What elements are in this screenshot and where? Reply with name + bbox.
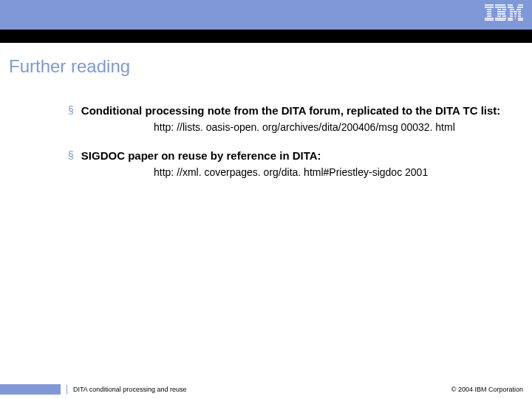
bullet-list: § Conditional processing note from the D… bbox=[9, 103, 523, 180]
svg-rect-31 bbox=[515, 16, 516, 17]
svg-rect-5 bbox=[487, 16, 491, 17]
bullet-link: http: //lists. oasis-open. org/archives/… bbox=[68, 120, 501, 135]
svg-rect-3 bbox=[487, 11, 491, 13]
svg-rect-37 bbox=[518, 19, 523, 21]
svg-rect-17 bbox=[495, 19, 505, 21]
svg-rect-19 bbox=[518, 4, 523, 6]
svg-rect-33 bbox=[508, 18, 513, 19]
svg-rect-14 bbox=[497, 16, 501, 17]
svg-rect-36 bbox=[508, 19, 513, 21]
svg-rect-26 bbox=[518, 11, 521, 13]
slide-title: Further reading bbox=[9, 56, 523, 77]
bullet-text: Conditional processing note from the DIT… bbox=[81, 103, 501, 118]
footer-accent-block bbox=[0, 384, 61, 395]
svg-rect-8 bbox=[495, 4, 505, 6]
footer-divider bbox=[66, 385, 67, 394]
svg-rect-11 bbox=[502, 9, 506, 10]
svg-rect-15 bbox=[502, 16, 506, 17]
svg-rect-32 bbox=[518, 16, 521, 17]
svg-rect-23 bbox=[516, 9, 521, 10]
svg-rect-22 bbox=[510, 9, 514, 10]
presentation-title: DITA conditional processing and reuse bbox=[73, 386, 186, 393]
bullet-icon: § bbox=[68, 149, 74, 163]
divider-strip bbox=[0, 30, 532, 43]
bullet-link: http: //xml. coverpages. org/dita. html#… bbox=[68, 166, 501, 180]
svg-rect-21 bbox=[517, 7, 523, 8]
svg-rect-16 bbox=[495, 18, 506, 19]
svg-rect-0 bbox=[485, 4, 494, 6]
svg-rect-13 bbox=[497, 13, 505, 15]
svg-rect-25 bbox=[514, 11, 517, 13]
svg-rect-12 bbox=[497, 11, 505, 13]
bullet-text: SIGDOC paper on reuse by reference in DI… bbox=[81, 149, 321, 163]
svg-rect-9 bbox=[495, 7, 506, 8]
slide-footer: DITA conditional processing and reuse © … bbox=[0, 380, 532, 399]
svg-rect-27 bbox=[510, 13, 513, 15]
footer-left: DITA conditional processing and reuse bbox=[0, 380, 186, 399]
svg-rect-10 bbox=[497, 9, 501, 10]
header-band bbox=[0, 0, 532, 30]
bullet-icon: § bbox=[68, 103, 74, 118]
svg-rect-4 bbox=[487, 13, 491, 15]
copyright-text: © 2004 IBM Corporation bbox=[451, 386, 523, 393]
svg-rect-7 bbox=[485, 19, 494, 21]
ibm-logo bbox=[485, 4, 523, 21]
svg-rect-35 bbox=[518, 18, 523, 19]
svg-rect-34 bbox=[515, 18, 516, 19]
svg-rect-2 bbox=[487, 9, 491, 10]
svg-rect-29 bbox=[518, 13, 521, 15]
list-item: § Conditional processing note from the D… bbox=[68, 103, 501, 118]
svg-rect-20 bbox=[508, 7, 514, 8]
svg-rect-30 bbox=[510, 16, 513, 17]
slide-content: Further reading § Conditional processing… bbox=[0, 43, 532, 180]
svg-rect-6 bbox=[485, 18, 494, 19]
list-item: § SIGDOC paper on reuse by reference in … bbox=[68, 149, 501, 163]
svg-rect-18 bbox=[508, 4, 513, 6]
svg-rect-24 bbox=[510, 11, 513, 13]
svg-rect-28 bbox=[514, 13, 516, 15]
svg-rect-1 bbox=[485, 7, 494, 8]
